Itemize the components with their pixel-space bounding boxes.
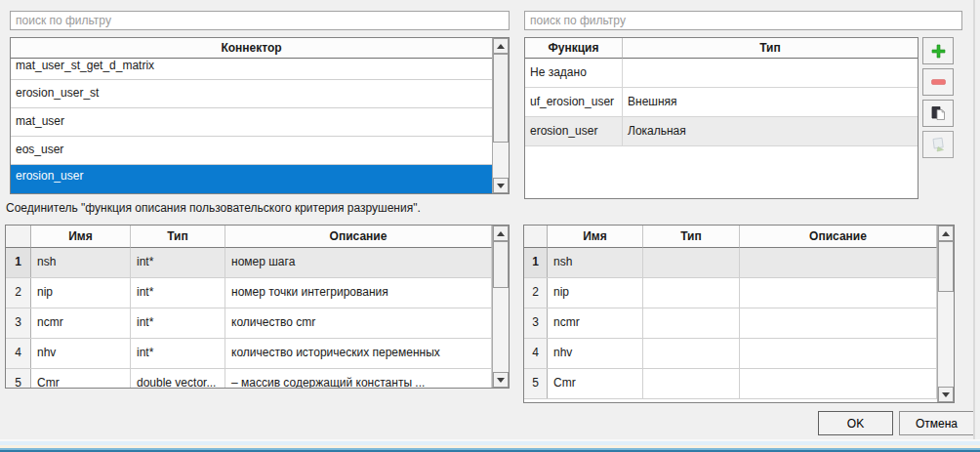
name-column-header[interactable]: Имя — [548, 226, 643, 248]
function-column-header[interactable]: Функция — [525, 38, 623, 59]
type-cell — [623, 59, 918, 87]
arg-type-cell: int* — [131, 339, 225, 368]
scrollbar-down-button[interactable] — [938, 387, 954, 402]
arrow-up-icon — [497, 231, 505, 236]
connector-scrollbar[interactable] — [492, 38, 509, 193]
arg-type-cell: double vector... — [131, 369, 225, 388]
args-row[interactable]: 3 ncmr int* количество cmr — [6, 308, 492, 339]
arg-desc-cell: номер шага — [225, 248, 492, 277]
row-number: 4 — [6, 339, 31, 368]
function-row[interactable]: uf_erosion_user Внешняя — [525, 88, 918, 117]
arg-type-cell: int* — [131, 278, 225, 308]
scrollbar-thumb[interactable] — [493, 241, 509, 288]
args-row[interactable]: 1 nsh int* номер шага — [6, 248, 492, 278]
connector-args-scrollbar[interactable] — [492, 226, 509, 388]
scrollbar-thumb[interactable] — [938, 241, 954, 292]
arrow-up-icon — [497, 44, 505, 49]
type-column-header[interactable]: Тип — [131, 226, 225, 248]
scrollbar-down-button[interactable] — [493, 372, 509, 388]
arg-type-cell — [643, 248, 740, 277]
row-number: 2 — [524, 278, 548, 308]
connector-description-label: Соединитель "функция описания пользовате… — [6, 201, 884, 217]
function-row-selected[interactable]: erosion_user Локальная — [525, 117, 918, 146]
connector-args-table: Имя Тип Описание 1 nsh int* номер шага 2… — [5, 225, 510, 389]
scrollbar-up-button[interactable] — [493, 38, 509, 54]
function-row[interactable]: Не задано — [525, 59, 918, 88]
args-row[interactable]: 4 nhv — [524, 339, 937, 369]
scrollbar-track[interactable] — [493, 54, 509, 178]
row-number: 1 — [6, 248, 31, 277]
connector-row[interactable]: eos_user — [11, 137, 492, 165]
copy-function-button[interactable] — [922, 100, 954, 127]
type-column-header[interactable]: Тип — [623, 38, 918, 59]
plus-icon — [931, 44, 946, 59]
cancel-button[interactable]: Отмена — [899, 411, 974, 435]
type-cell: Локальная — [623, 117, 918, 145]
args-row[interactable]: 2 nip int* номер точки интегрирования — [6, 278, 492, 308]
arg-desc-cell: количество исторических переменных — [225, 339, 492, 368]
remove-function-button[interactable] — [922, 68, 954, 96]
args-row[interactable]: 2 nip — [524, 278, 937, 308]
arg-type-cell: int* — [131, 248, 225, 277]
arg-name-cell: nip — [31, 278, 131, 308]
arrow-down-icon — [497, 378, 505, 383]
row-number: 4 — [524, 339, 548, 368]
connector-row-selected[interactable]: erosion_user — [11, 165, 492, 193]
args-row[interactable]: 4 nhv int* количество исторических перем… — [6, 339, 492, 369]
type-column-header[interactable]: Тип — [643, 226, 740, 248]
ok-button[interactable]: OK — [818, 411, 893, 435]
description-column-header[interactable]: Описание — [740, 226, 937, 248]
arg-name-cell: nhv — [31, 339, 131, 368]
function-cell: erosion_user — [525, 117, 623, 145]
name-column-header[interactable]: Имя — [31, 226, 131, 248]
scrollbar-track[interactable] — [938, 241, 954, 387]
arg-desc-cell — [740, 308, 937, 338]
row-number-column-header — [524, 226, 548, 248]
scrollbar-track[interactable] — [493, 241, 509, 372]
args-row[interactable]: 3 ncmr — [524, 308, 937, 339]
connector-filter-input[interactable] — [10, 11, 510, 30]
arg-name-cell: nsh — [548, 248, 643, 277]
scrollbar-down-button[interactable] — [493, 178, 509, 193]
scrollbar-up-button[interactable] — [938, 226, 954, 241]
function-args-body: Имя Тип Описание 1 nsh 2 nip 3 ncmr — [524, 226, 937, 402]
arg-desc-cell: номер точки интегрирования — [225, 278, 492, 308]
connector-row[interactable]: erosion_user_st — [11, 80, 492, 108]
args-table-header: Имя Тип Описание — [524, 226, 937, 248]
row-number: 2 — [6, 278, 31, 308]
arg-type-cell — [643, 308, 740, 338]
args-row[interactable]: 5 Cmr — [524, 369, 937, 399]
function-args-table: Имя Тип Описание 1 nsh 2 nip 3 ncmr — [523, 225, 955, 403]
arg-name-cell: nsh — [31, 248, 131, 277]
arg-name-cell: nip — [548, 278, 643, 308]
function-cell: Не задано — [525, 59, 623, 87]
scrollbar-thumb[interactable] — [493, 54, 509, 143]
description-column-header[interactable]: Описание — [225, 226, 492, 248]
arg-desc-cell — [740, 248, 937, 277]
args-row[interactable]: 5 Cmr double vector... – массив содержащ… — [6, 369, 492, 388]
row-number: 1 — [524, 248, 548, 277]
connector-row[interactable]: mat_user — [11, 108, 492, 137]
type-cell: Внешняя — [623, 88, 918, 116]
arg-desc-cell — [740, 369, 937, 398]
function-table-header: Функция Тип — [525, 38, 918, 59]
arg-name-cell: ncmr — [548, 308, 643, 338]
scrollbar-up-button[interactable] — [493, 226, 509, 241]
function-args-scrollbar[interactable] — [937, 226, 954, 402]
arg-desc-cell: количество cmr — [225, 308, 492, 338]
export-icon — [930, 137, 946, 152]
add-function-button[interactable] — [922, 37, 954, 64]
arrow-down-icon — [497, 184, 505, 188]
connector-row[interactable]: mat_user_st_get_d_matrix — [11, 59, 492, 80]
row-number: 5 — [524, 369, 548, 398]
connector-column-header[interactable]: Коннектор — [11, 38, 492, 59]
copy-icon — [930, 105, 946, 121]
function-filter-input[interactable] — [524, 11, 962, 30]
export-function-button[interactable] — [922, 131, 954, 158]
arrow-down-icon — [942, 392, 950, 397]
arg-type-cell — [643, 278, 740, 308]
connector-function-dialog: Коннектор mat_user_st_get_d_matrix erosi… — [0, 0, 980, 452]
args-row[interactable]: 1 nsh — [524, 248, 937, 278]
connector-rows: mat_user_st_get_d_matrix erosion_user_st… — [11, 59, 492, 193]
connector-table: Коннектор mat_user_st_get_d_matrix erosi… — [10, 37, 510, 194]
